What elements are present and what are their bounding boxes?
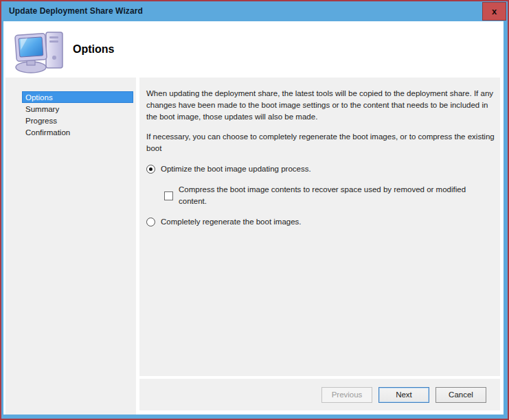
- wizard-steps-nav: Options Summary Progress Confirmation: [22, 91, 133, 138]
- compress-checkbox-row[interactable]: Compress the boot image contents to reco…: [164, 184, 493, 207]
- intro-paragraph: When updating the deployment share, the …: [146, 88, 495, 123]
- cancel-button[interactable]: Cancel: [436, 387, 486, 403]
- wizard-content: When updating the deployment share, the …: [139, 78, 500, 376]
- title-bar[interactable]: Update Deployment Share Wizard x: [1, 1, 508, 21]
- instruction-paragraph: If necessary, you can choose to complete…: [146, 131, 495, 154]
- sidebar-item-options[interactable]: Options: [22, 91, 133, 103]
- optimize-radio-label: Optimize the boot image updating process…: [161, 163, 311, 175]
- close-icon: x: [492, 6, 497, 16]
- regenerate-radio-row[interactable]: Completely regenerate the boot images.: [146, 216, 493, 228]
- close-button[interactable]: x: [482, 2, 506, 21]
- previous-button[interactable]: Previous: [321, 387, 372, 403]
- optimize-radio[interactable]: [146, 165, 155, 174]
- next-button[interactable]: Next: [378, 387, 429, 403]
- computer-icon: [13, 29, 71, 74]
- wizard-sidebar: Options Summary Progress Confirmation: [5, 78, 136, 415]
- compress-checkbox-label: Compress the boot image contents to reco…: [179, 184, 493, 207]
- wizard-header: Options: [3, 21, 504, 78]
- window-title: Update Deployment Share Wizard: [9, 1, 143, 21]
- sidebar-item-confirmation[interactable]: Confirmation: [22, 126, 133, 138]
- update-deployment-share-wizard-window: Update Deployment Share Wizard x: [0, 0, 509, 420]
- optimize-radio-row[interactable]: Optimize the boot image updating process…: [146, 163, 493, 175]
- compress-checkbox[interactable]: [164, 191, 173, 200]
- regenerate-radio-label: Completely regenerate the boot images.: [161, 216, 302, 228]
- regenerate-radio[interactable]: [146, 218, 155, 226]
- wizard-footer: Previous Next Cancel: [139, 379, 500, 410]
- client-area: Options Options Summary Progress Confirm…: [3, 21, 504, 415]
- sidebar-item-progress[interactable]: Progress: [22, 115, 133, 126]
- page-title: Options: [73, 43, 114, 56]
- sidebar-item-summary[interactable]: Summary: [22, 103, 133, 115]
